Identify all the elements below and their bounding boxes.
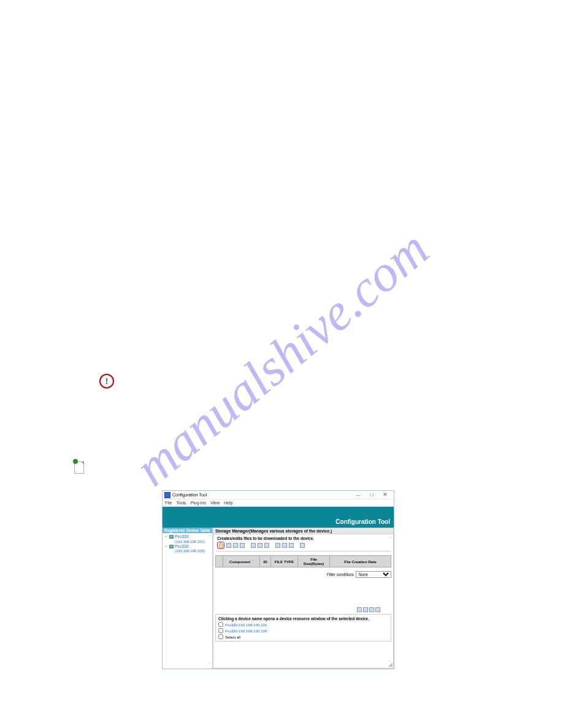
toolbar-icon[interactable] xyxy=(258,543,262,548)
banner-text: Configuration Tool xyxy=(335,518,390,525)
close-button[interactable]: ✕ xyxy=(378,492,392,498)
window-title: Configuration Tool xyxy=(172,493,351,497)
resize-grip-icon[interactable]: ◢ xyxy=(388,661,393,667)
config-tool-window: Configuration Tool — ☐ ✕ File Tools Plug… xyxy=(162,490,394,669)
menubar: File Tools Plug-ins View Help xyxy=(163,499,394,507)
toolbar-icon[interactable] xyxy=(300,543,305,548)
tree-header: Registered Device Table xyxy=(163,528,212,533)
toolbar-icon[interactable] xyxy=(375,607,380,612)
filter-select[interactable]: None xyxy=(356,571,391,578)
toolbar-icon[interactable] xyxy=(369,607,374,612)
maximize-button[interactable]: ☐ xyxy=(365,493,378,498)
bottom-toolbar xyxy=(215,607,391,612)
banner: Configuration Tool xyxy=(163,507,394,528)
exclamation-icon: ! xyxy=(99,374,114,389)
toolbar-icon[interactable] xyxy=(251,543,256,548)
toolbar xyxy=(215,540,391,552)
toolbar-icon[interactable] xyxy=(226,543,231,548)
titlebar: Configuration Tool — ☐ ✕ xyxy=(163,491,394,499)
col-creation[interactable]: File Creation Date xyxy=(330,556,391,567)
scroll-up-icon[interactable]: ˆ xyxy=(209,534,211,540)
device-icon xyxy=(169,535,174,539)
watermark: manualshive.com xyxy=(123,218,440,498)
collapse-icon[interactable]: − xyxy=(164,544,168,548)
select-all-label: Select all xyxy=(225,635,240,639)
menu-file[interactable]: File xyxy=(165,501,172,505)
device-resource-section: Clicking a device name opens a device re… xyxy=(215,614,391,642)
device-tree-panel: Registered Device Table ˆ − Pro330 (192.… xyxy=(163,528,213,669)
device-link[interactable]: Pro330-192.168.100.100 xyxy=(225,629,267,633)
new-file-icon[interactable] xyxy=(219,544,223,548)
col-id[interactable]: ID xyxy=(260,556,271,567)
toolbar-icon[interactable] xyxy=(363,607,368,612)
col-component[interactable]: Component↑↓ xyxy=(223,556,260,567)
menu-view[interactable]: View xyxy=(210,501,220,505)
section-subtitle: Creates/edits files to be downloaded to … xyxy=(215,536,391,540)
select-all-checkbox[interactable] xyxy=(218,634,223,639)
app-icon xyxy=(164,492,170,498)
filter-label: Filter conditions xyxy=(327,572,354,577)
toolbar-icon[interactable] xyxy=(282,543,287,548)
scroll-up-icon[interactable]: ˆ xyxy=(389,536,391,542)
col-filetype[interactable]: FILE TYPE xyxy=(271,556,298,567)
new-file-button-highlight xyxy=(217,542,224,549)
device-ip: (192.168.100.100) xyxy=(175,549,205,553)
toolbar-icon[interactable] xyxy=(233,543,238,548)
new-document-icon xyxy=(73,460,85,474)
device-section-desc: Clicking a device name opens a device re… xyxy=(218,616,388,621)
menu-plugins[interactable]: Plug-ins xyxy=(191,501,206,505)
device-checkbox[interactable] xyxy=(218,622,223,627)
device-ip: (192.168.100.101) xyxy=(175,540,205,544)
device-icon xyxy=(169,545,174,548)
menu-help[interactable]: Help xyxy=(224,501,232,505)
device-checkbox[interactable] xyxy=(218,628,223,633)
tree-item[interactable]: − Pro330 (192.168.100.100) xyxy=(164,544,211,553)
col-blank[interactable] xyxy=(216,556,223,567)
device-name: Pro330 xyxy=(175,544,189,548)
minimize-button[interactable]: — xyxy=(351,493,365,497)
collapse-icon[interactable]: − xyxy=(164,534,168,539)
menu-tools[interactable]: Tools xyxy=(176,501,186,505)
toolbar-icon[interactable] xyxy=(289,543,294,548)
storage-manager-title: Storage Manager(Manages various storages… xyxy=(213,528,394,534)
col-filesize[interactable]: File Size(Bytes) xyxy=(298,556,330,567)
file-grid: Component↑↓ ID FILE TYPE File Size(Bytes… xyxy=(215,555,391,567)
toolbar-icon[interactable] xyxy=(275,543,280,548)
toolbar-icon[interactable] xyxy=(240,543,245,548)
tree-item[interactable]: − Pro330 (192.168.100.101) xyxy=(164,534,211,544)
toolbar-icon[interactable] xyxy=(264,543,269,548)
device-link[interactable]: Pro330-192.168.100.101 xyxy=(225,623,267,627)
device-name: Pro330 xyxy=(175,534,189,539)
toolbar-icon[interactable] xyxy=(357,607,362,612)
scroll-down-icon[interactable]: ˇ xyxy=(209,661,211,667)
